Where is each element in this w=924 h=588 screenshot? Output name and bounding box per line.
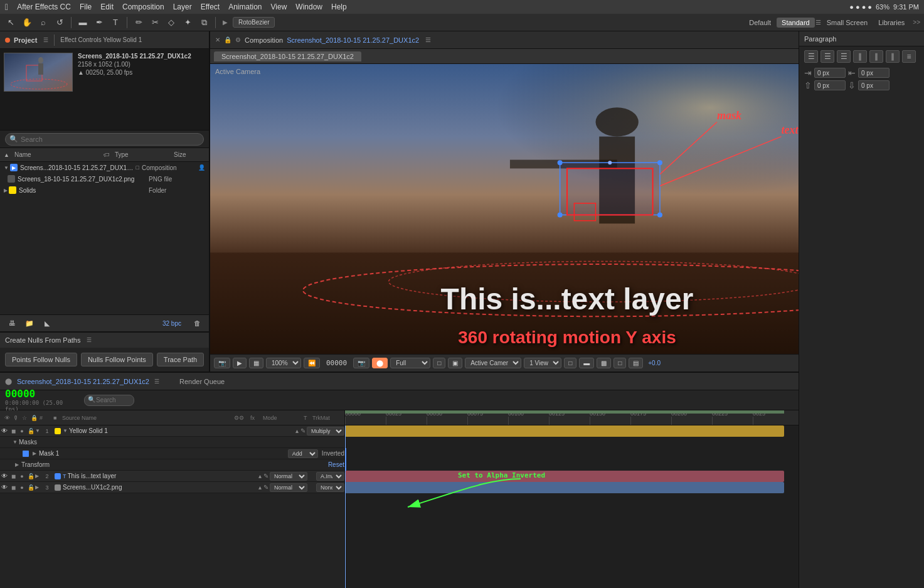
window-menu[interactable]: Window	[295, 3, 322, 11]
text-tool[interactable]: T	[109, 16, 122, 29]
layer1-type-expand[interactable]: ▼	[63, 428, 69, 434]
comp-close-icon[interactable]: ✕	[215, 36, 220, 43]
file-item-comp[interactable]: ▼ ▶ Screens...2018-10-15 21.25.27_DUX1c2…	[0, 162, 209, 173]
points-follow-nulls-button[interactable]: Points Follow Nulls	[5, 353, 77, 366]
layer2-edit-icon[interactable]: ✎	[263, 473, 268, 479]
folder-arrow[interactable]: ▶	[4, 188, 8, 193]
layer1-expand[interactable]: ▼	[35, 428, 41, 434]
layer1-solo[interactable]: ●	[18, 428, 26, 434]
tl-comp-name[interactable]: Screenshot_2018-10-15 21.25.27_DUX1c2	[17, 378, 149, 385]
nulls-follow-points-button[interactable]: Nulls Follow Points	[81, 353, 153, 366]
panel-menu[interactable]: ☰	[43, 37, 48, 43]
compose-icon[interactable]: ◣	[40, 316, 54, 330]
transform-expand[interactable]: ▶	[15, 462, 21, 468]
quality-select[interactable]: Full Half Quarter	[390, 358, 430, 368]
roto-tool[interactable]: ⧉	[197, 16, 211, 29]
layer2-lock[interactable]: 🔓	[26, 473, 35, 479]
alpha-btn[interactable]: ▣	[448, 358, 462, 368]
comp-snapshot-btn[interactable]: 📷	[214, 358, 230, 368]
camera-snapshot-btn[interactable]: 📷	[353, 358, 369, 368]
puppet-tool[interactable]: ✦	[181, 16, 194, 29]
layer3-lock[interactable]: 🔓	[26, 484, 35, 491]
layer2-track-bar[interactable]	[345, 471, 784, 482]
layer2-parent-icon[interactable]: ▴	[258, 473, 262, 479]
monitor-icon[interactable]: 🖶	[5, 316, 19, 330]
graph-btn[interactable]: ▩	[597, 358, 611, 368]
layer3-parent-icon[interactable]: ▴	[258, 484, 262, 491]
layer3-vis[interactable]: 👁	[0, 484, 9, 491]
comp-monitor-btn[interactable]: ▶	[233, 358, 247, 368]
comp-thumbnail[interactable]	[4, 53, 73, 92]
rotobezier-label[interactable]: RotoBezier	[233, 17, 275, 28]
layer2-mode-select[interactable]: Normal Multiply	[270, 472, 307, 481]
hand-tool[interactable]: ✋	[20, 16, 34, 29]
view-options-btn[interactable]: □	[433, 358, 445, 368]
effect-menu[interactable]: Effect	[201, 3, 220, 11]
apple-menu[interactable]: 	[5, 2, 8, 12]
help-menu[interactable]: Help	[331, 3, 347, 11]
layer2-trkmat-select[interactable]: A.Inv None Alpha	[316, 472, 344, 481]
tl-render-queue[interactable]: Render Queue	[179, 378, 225, 385]
workspace-standard[interactable]: Standard	[777, 18, 815, 28]
layer-menu[interactable]: Layer	[173, 3, 192, 11]
zoom-select[interactable]: 100% 50% 200%	[266, 358, 301, 368]
layer1-vis[interactable]: 👁	[0, 427, 9, 434]
layer2-audio[interactable]: ◼	[9, 473, 18, 479]
work-area-bar[interactable]	[345, 410, 784, 414]
export-btn[interactable]: □	[564, 358, 576, 368]
app-menu[interactable]: After Effects CC	[17, 3, 71, 11]
comp-lock-icon[interactable]: 🔒	[224, 36, 231, 43]
rotate-tool[interactable]: ↺	[53, 16, 66, 29]
layer3-mode-select[interactable]: Normal Multiply	[270, 483, 307, 492]
create-nulls-menu[interactable]: ☰	[87, 337, 92, 343]
folder-new-icon[interactable]: 📁	[23, 316, 36, 330]
project-search-input[interactable]	[5, 133, 204, 146]
workspace-small[interactable]: Small Screen	[822, 18, 873, 28]
transform-reset[interactable]: Reset	[328, 461, 344, 468]
comp-grid-btn[interactable]: ▦	[249, 358, 263, 368]
timecode-main[interactable]: 00000	[5, 388, 77, 400]
layer3-audio[interactable]: ◼	[9, 484, 18, 491]
edit-menu[interactable]: Edit	[100, 3, 114, 11]
layer1-audio[interactable]: ◼	[9, 428, 18, 434]
workspace-libraries[interactable]: Libraries	[873, 18, 910, 28]
layer1-track-bar[interactable]	[345, 425, 784, 437]
sort-icon[interactable]: ▲	[4, 152, 9, 158]
workspace-expand[interactable]: ☰	[815, 19, 821, 26]
workspace-default[interactable]: Default	[744, 18, 776, 28]
expand-comp[interactable]: ▼	[4, 165, 10, 171]
file-item-png[interactable]: Screens_18-10-15 21.25.27_DUX1c2.png PNG…	[0, 173, 209, 184]
pen-tool[interactable]: ✒	[92, 16, 106, 29]
tl-menu-icon[interactable]: ☰	[154, 378, 159, 385]
selection-tool[interactable]: ↖	[4, 16, 18, 29]
workspace-more[interactable]: >>	[913, 19, 920, 26]
clone-tool[interactable]: ✂	[148, 16, 162, 29]
playhead[interactable]	[345, 425, 346, 588]
layer2-expand[interactable]: ▶	[35, 473, 41, 479]
shape-tool[interactable]: ▬	[76, 16, 90, 29]
motion-blur-btn[interactable]: ▬	[579, 358, 594, 368]
animation-menu[interactable]: Animation	[228, 3, 262, 11]
eraser-tool[interactable]: ◇	[164, 16, 178, 29]
file-item-solids[interactable]: ▶ Solids Folder	[0, 184, 209, 196]
layer3-trkmat-select[interactable]: None Alpha	[316, 483, 344, 492]
trace-path-button[interactable]: Trace Path	[157, 353, 204, 366]
comp-snap-icon[interactable]: ⚙	[235, 36, 241, 43]
mask1-expand[interactable]: ▶	[33, 451, 39, 456]
color-btn[interactable]: ⬤	[372, 358, 388, 368]
view-menu[interactable]: View	[271, 3, 287, 11]
layer3-expand[interactable]: ▶	[35, 484, 41, 490]
composition-menu[interactable]: Composition	[122, 3, 164, 11]
layer2-vis[interactable]: 👁	[0, 473, 9, 479]
layer3-track-bar[interactable]	[345, 482, 784, 493]
layer1-parent-icon[interactable]: ▴	[295, 427, 299, 434]
mask1-name[interactable]: Mask 1	[39, 450, 288, 457]
layer1-lock[interactable]: 🔓	[26, 428, 35, 434]
masks-expand[interactable]: ▼	[13, 439, 19, 445]
layer1-edit-icon[interactable]: ✎	[300, 427, 305, 434]
3d-btn[interactable]: □	[613, 358, 626, 368]
comp-panel-menu[interactable]: ☰	[425, 36, 431, 43]
effect-controls-label[interactable]: Effect Controls Yellow Solid 1	[60, 36, 142, 43]
brush-tool[interactable]: ✏	[132, 16, 146, 29]
comp-active-tab[interactable]: Screenshot_2018-10-15 21.25.27_DUX1c2	[214, 51, 361, 61]
